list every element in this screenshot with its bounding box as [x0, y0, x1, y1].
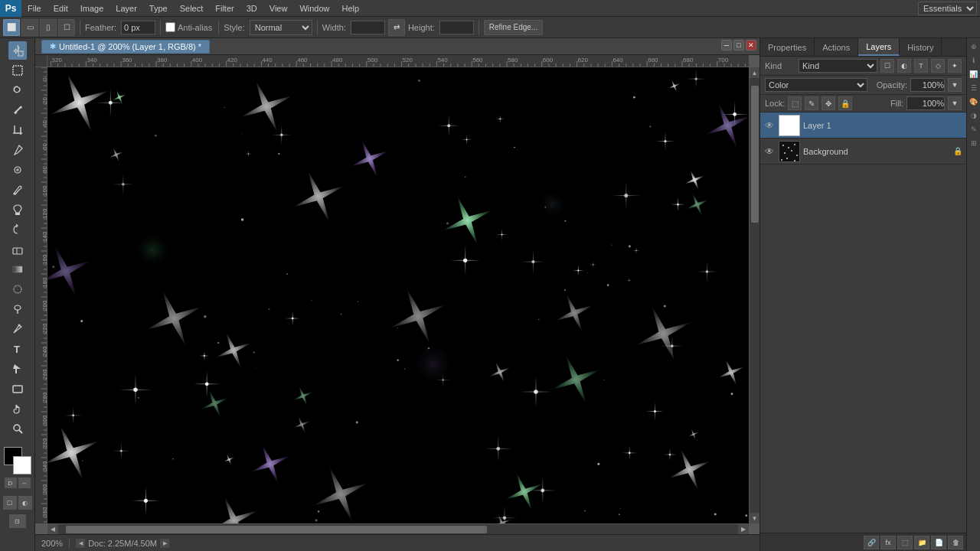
move-tool[interactable]: ✥: [8, 41, 27, 60]
panel-brush-btn[interactable]: ✎: [969, 124, 979, 135]
swap-dimensions-btn[interactable]: ⇄: [388, 19, 405, 36]
menu-image[interactable]: Image: [74, 0, 110, 17]
filter-type-btn[interactable]: T: [914, 59, 928, 73]
menu-help[interactable]: Help: [336, 0, 366, 17]
panel-adjust-btn[interactable]: ◑: [969, 110, 979, 121]
vertical-scrollbar[interactable]: ▲ ▼: [749, 67, 760, 523]
fill-input[interactable]: [906, 96, 945, 110]
lasso-tool[interactable]: [8, 81, 27, 99]
standard-mode-btn[interactable]: ☐: [3, 496, 17, 510]
stamp-tool[interactable]: [8, 201, 27, 219]
pen-tool[interactable]: [8, 320, 27, 338]
hand-tool[interactable]: [8, 399, 27, 418]
panel-chart-btn[interactable]: 📊: [969, 69, 979, 80]
filter-adj-btn[interactable]: ◐: [897, 59, 911, 73]
minimize-btn[interactable]: ─: [721, 40, 732, 51]
panel-color-btn[interactable]: 🎨: [969, 96, 979, 107]
delete-layer-btn[interactable]: 🗑: [948, 536, 963, 549]
new-group-btn[interactable]: 📁: [914, 536, 929, 549]
magic-wand-tool[interactable]: ✦: [8, 101, 27, 119]
crop-tool[interactable]: [8, 121, 27, 139]
scroll-right-btn[interactable]: ▶: [738, 524, 749, 535]
menu-3d[interactable]: 3D: [240, 0, 263, 17]
anti-alias-checkbox[interactable]: [165, 22, 175, 32]
panel-info-btn[interactable]: ℹ: [969, 55, 979, 66]
rectangular-marquee-tool[interactable]: [8, 61, 27, 80]
text-tool[interactable]: T: [8, 340, 27, 358]
scroll-thumb-v[interactable]: [751, 86, 759, 223]
menu-type[interactable]: Type: [143, 0, 174, 17]
menu-view[interactable]: View: [263, 0, 294, 17]
maximize-btn[interactable]: □: [733, 40, 744, 51]
default-colors-btn[interactable]: D: [5, 478, 17, 488]
style-select[interactable]: Normal Fixed Ratio Fixed Size: [250, 20, 312, 35]
menu-select[interactable]: Select: [174, 0, 210, 17]
image-canvas[interactable]: [47, 67, 749, 523]
lock-all-btn[interactable]: 🔒: [838, 96, 852, 110]
background-visibility-btn[interactable]: 👁: [763, 145, 776, 158]
eraser-tool[interactable]: [8, 240, 27, 259]
layer-item-layer1[interactable]: 👁 Layer 1: [760, 112, 966, 139]
menu-window[interactable]: Window: [293, 0, 335, 17]
layer-item-background[interactable]: 👁 Background 🔒: [760, 139, 966, 165]
screen-mode-btn[interactable]: ⊡: [9, 514, 26, 528]
add-style-btn[interactable]: fx: [880, 536, 896, 549]
tab-history[interactable]: History: [900, 38, 942, 56]
status-next-btn[interactable]: ▶: [160, 539, 169, 548]
horizontal-scrollbar[interactable]: ◀ ▶: [47, 523, 749, 534]
tab-properties[interactable]: Properties: [760, 38, 815, 56]
panel-globe-btn[interactable]: ⊕: [969, 41, 979, 52]
panel-layers-icon[interactable]: ☰: [969, 83, 979, 93]
opacity-dropdown-btn[interactable]: ▼: [948, 78, 962, 92]
refine-edge-btn[interactable]: Refine Edge...: [484, 20, 543, 35]
menu-edit[interactable]: Edit: [47, 0, 74, 17]
zoom-tool[interactable]: [8, 419, 27, 438]
healing-brush-tool[interactable]: [8, 161, 27, 179]
scroll-up-btn[interactable]: ▲: [750, 67, 760, 78]
quick-mask-btn[interactable]: ◐: [18, 496, 32, 510]
menu-file[interactable]: File: [21, 0, 47, 17]
blur-tool[interactable]: [8, 280, 27, 298]
shape-tool[interactable]: [8, 380, 27, 398]
color-select[interactable]: Color: [765, 78, 867, 92]
lock-pixels-btn[interactable]: ✎: [805, 96, 818, 110]
essentials-dropdown[interactable]: Essentials: [918, 2, 977, 15]
single-col-btn[interactable]: ▯: [40, 19, 57, 36]
kind-select[interactable]: Kind: [799, 59, 877, 73]
rectangular-marquee-btn[interactable]: ⬜: [3, 19, 20, 36]
opacity-input[interactable]: [910, 78, 945, 92]
tab-actions[interactable]: Actions: [815, 38, 858, 56]
layer1-visibility-btn[interactable]: 👁: [763, 119, 776, 132]
constrain-btn[interactable]: ☐: [58, 19, 75, 36]
filter-smart-btn[interactable]: ✦: [948, 59, 962, 73]
history-brush-tool[interactable]: [8, 220, 27, 239]
link-layers-btn[interactable]: 🔗: [864, 536, 879, 549]
canvas-area[interactable]: [47, 67, 749, 523]
scroll-left-btn[interactable]: ◀: [47, 524, 58, 535]
tab-layers[interactable]: Layers: [858, 38, 900, 56]
feather-input[interactable]: [121, 21, 155, 34]
path-selection-tool[interactable]: [8, 360, 27, 378]
menu-layer[interactable]: Layer: [109, 0, 143, 17]
scroll-thumb-h[interactable]: [66, 526, 487, 533]
lock-transparent-btn[interactable]: ⬚: [788, 96, 802, 110]
eyedropper-tool[interactable]: [8, 141, 27, 159]
fill-dropdown-btn[interactable]: ▼: [948, 96, 962, 110]
close-btn[interactable]: ✕: [746, 40, 756, 51]
dodge-tool[interactable]: [8, 300, 27, 318]
document-tab[interactable]: ✱ Untitled-1 @ 200% (Layer 1, RGB/8) *: [41, 40, 210, 54]
lock-position-btn[interactable]: ✥: [822, 96, 835, 110]
new-layer-btn[interactable]: 📄: [931, 536, 946, 549]
width-input[interactable]: [351, 21, 385, 34]
height-input[interactable]: [439, 21, 474, 34]
status-prev-btn[interactable]: ◀: [76, 539, 85, 548]
switch-colors-btn[interactable]: ↔: [18, 478, 31, 488]
background-color[interactable]: [13, 456, 31, 474]
scroll-down-btn[interactable]: ▼: [750, 513, 760, 523]
panel-clone-btn[interactable]: ⊞: [969, 138, 979, 148]
menu-filter[interactable]: Filter: [209, 0, 240, 17]
filter-pixel-btn[interactable]: ☐: [880, 59, 894, 73]
filter-shape-btn[interactable]: ◇: [931, 59, 945, 73]
single-row-btn[interactable]: ▭: [21, 19, 38, 36]
brush-tool[interactable]: [8, 181, 27, 199]
